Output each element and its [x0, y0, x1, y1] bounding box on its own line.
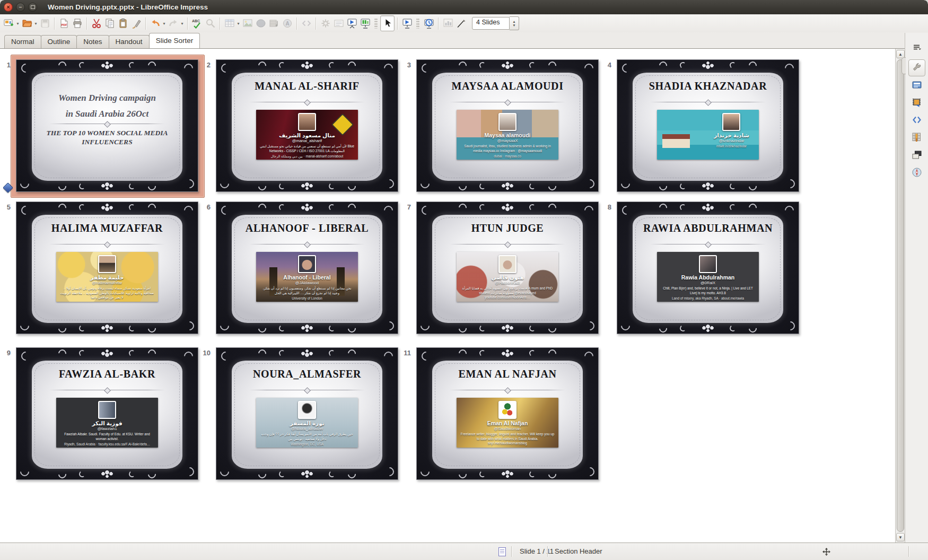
new-presentation-dropdown-arrow[interactable]: ▾ — [15, 21, 20, 26]
minimize-button[interactable]: – — [16, 3, 25, 12]
slide-number: 2 — [201, 61, 211, 69]
slide-content: HTUN JUDGEهتون قاضي@HatoonKadiقدمت برنام… — [417, 202, 598, 334]
slides-per-row-value[interactable]: 4 Slides — [472, 17, 510, 30]
slide-content: NOURA_ALMASFERنورة المسفر@Noura_almasfer… — [216, 348, 398, 479]
paste-button[interactable] — [116, 16, 129, 31]
view-tab-slide-sorter[interactable]: Slide Sorter — [149, 33, 200, 48]
start-slideshow-button[interactable] — [400, 16, 414, 31]
undo-dropdown-arrow[interactable]: ▾ — [162, 21, 167, 26]
profile-location: dubai · maysaa.co — [494, 154, 521, 158]
profile-location: mtwtr.in/shkhazindar — [716, 144, 747, 148]
profile-bio: Saudi journalist, ibsu, studied business… — [457, 144, 558, 153]
vertical-scrollbar[interactable]: ▲ ▼ — [895, 49, 905, 542]
print-button[interactable] — [71, 16, 84, 31]
fontwork-button[interactable]: A — [281, 16, 294, 31]
media-button[interactable] — [267, 16, 281, 31]
image-button[interactable] — [241, 16, 254, 31]
slides-per-row-spinbox[interactable]: 4 Slides▲▼ — [472, 16, 519, 30]
slide-thumbnail-2[interactable]: MANAL AL-SHARIFمنال مسعود الشريف@manal_a… — [216, 59, 398, 192]
sidebar-animation-icon[interactable] — [909, 94, 925, 110]
slide-thumbnail-4[interactable]: SHADIA KHAZNADARشادية خزندار@shkhazindar… — [617, 59, 799, 192]
sidebar-sidebar-menu[interactable] — [909, 39, 925, 55]
copy-button[interactable] — [103, 16, 116, 31]
workspace: 1Women Driving campaignin Saudi Arabia 2… — [0, 49, 928, 542]
rehearse-timings-button[interactable] — [422, 16, 435, 31]
slide-number: 6 — [201, 203, 211, 211]
divider-ornament — [249, 390, 365, 390]
profile-avatar — [98, 255, 116, 273]
svg-text:ABC: ABC — [192, 19, 200, 23]
undo-button[interactable] — [148, 16, 162, 31]
slide-thumbnail-6[interactable]: ALHANOOF - LIBERALAlhanoof - Liberal@JAl… — [216, 202, 398, 334]
chart-button[interactable] — [441, 16, 454, 31]
clone-formatting-button[interactable] — [129, 16, 143, 31]
slide-number: 10 — [201, 349, 211, 357]
twitter-profile-card: Rawia Abdulrahman@0RaiXChill, Plan B(er)… — [657, 252, 759, 302]
scrollbar-thumb[interactable] — [897, 59, 904, 532]
draw-line-button[interactable] — [454, 16, 468, 31]
window-title: Women Driving.pptx.pptx - LibreOffice Im… — [48, 3, 208, 11]
find-replace-button[interactable] — [204, 16, 217, 31]
profile-name: هتون قاضي — [491, 274, 524, 281]
start-from-first-slide-button[interactable] — [345, 16, 358, 31]
twitter-profile-card: نورة المسفر@Noura_almasferحين يطرق الرقي… — [256, 398, 358, 448]
toolbar-separator — [397, 18, 398, 30]
profile-handle: @Noura_almasfer — [291, 426, 323, 431]
special-character-button[interactable] — [300, 16, 313, 31]
profile-name: فوزية البكر — [92, 420, 122, 426]
sidebar-collapse-grip[interactable] — [901, 57, 906, 74]
profile-avatar — [699, 255, 717, 273]
maximize-button[interactable] — [28, 3, 37, 12]
slide-thumbnail-3[interactable]: MAYSAA ALAMOUDIMaysaa alamoudi@maysaaXSa… — [416, 59, 599, 192]
slide-title: MAYSAA ALAMOUDI — [417, 80, 598, 92]
slide-sorter-canvas[interactable]: 1Women Driving campaignin Saudi Arabia 2… — [0, 49, 895, 542]
table-dropdown-arrow[interactable]: ▾ — [236, 21, 241, 26]
slide-content: MAYSAA ALAMOUDIMaysaa alamoudi@maysaaXSa… — [417, 60, 598, 191]
sidebar-properties-icon[interactable] — [908, 59, 925, 76]
slide-thumbnail-7[interactable]: HTUN JUDGEهتون قاضي@HatoonKadiقدمت برنام… — [416, 202, 599, 334]
table-button[interactable] — [223, 16, 236, 31]
redo-dropdown-arrow[interactable]: ▾ — [180, 21, 185, 26]
display-views-button[interactable] — [358, 16, 372, 31]
slide-title: FAWZIA AL-BAKR — [16, 368, 198, 380]
profile-handle: @HatoonKadi — [495, 281, 520, 285]
close-button[interactable]: × — [4, 3, 13, 12]
view-tab-handout[interactable]: Handout — [109, 35, 150, 48]
slide-title-line-1: Women Driving campaign — [16, 93, 198, 103]
open-button[interactable] — [20, 16, 33, 31]
sidebar-navigator-icon[interactable] — [909, 164, 925, 180]
save-button[interactable] — [38, 16, 51, 31]
slide-thumbnail-8[interactable]: RAWIA ABDULRAHMANRawia Abdulrahman@0RaiX… — [617, 202, 799, 334]
open-dropdown-arrow[interactable]: ▾ — [33, 21, 38, 26]
text-box-button[interactable] — [332, 16, 345, 31]
divider-ornament — [249, 244, 365, 244]
ellipse-button[interactable] — [254, 16, 267, 31]
sidebar-master-slides-icon[interactable] — [909, 147, 925, 163]
slide-thumbnail-11[interactable]: EMAN AL NAFJANEman Al Nafjan@SaudiwomanF… — [416, 347, 599, 480]
profile-location: Riyadh, Saudi Arabia · faculty.ksu.edu.s… — [64, 442, 150, 446]
divider-ornament — [450, 390, 566, 390]
slide-thumbnail-10[interactable]: NOURA_ALMASFERنورة المسفر@Noura_almasfer… — [216, 347, 398, 480]
sidebar-effects-icon[interactable] — [909, 112, 925, 128]
settings-gear-button[interactable] — [319, 16, 332, 31]
spin-buttons[interactable]: ▲▼ — [510, 16, 519, 30]
sidebar-slide-transition-icon[interactable] — [909, 77, 925, 93]
redo-button[interactable] — [167, 16, 180, 31]
slide-thumbnail-5[interactable]: HALIMA MUZAFFARحليمة مظفر@halimamuthffar… — [16, 202, 198, 334]
cut-button[interactable] — [90, 16, 103, 31]
view-tab-normal[interactable]: Normal — [4, 35, 41, 48]
fit-slide-icon[interactable] — [822, 548, 830, 557]
profile-location: University of London — [292, 296, 322, 300]
view-tab-outline[interactable]: Outline — [41, 35, 77, 48]
slide-title: SHADIA KHAZNADAR — [617, 80, 799, 92]
slide-thumbnail-1[interactable]: Women Driving campaignin Saudi Arabia 26… — [16, 59, 198, 192]
select-tool-button[interactable] — [380, 15, 395, 31]
spelling-button[interactable]: ABC — [190, 16, 204, 31]
slide-thumbnail-9[interactable]: FAWZIA AL-BAKRفوزية البكر@fawziah1Fawzia… — [16, 347, 198, 480]
export-pdf-button[interactable]: PDF — [57, 16, 71, 31]
new-presentation-button[interactable] — [2, 16, 15, 31]
view-tab-notes[interactable]: Notes — [76, 35, 109, 48]
scroll-down-button[interactable]: ▼ — [896, 533, 905, 541]
profile-name: شادية خزندار — [714, 132, 749, 138]
sidebar-interaction-icon[interactable] — [909, 129, 925, 145]
